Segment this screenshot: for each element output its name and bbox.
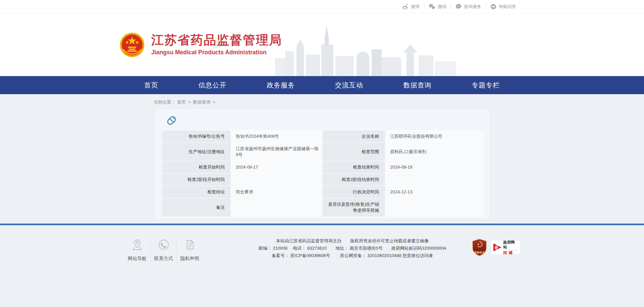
field-value-remarks [231,198,322,217]
phone-icon [157,238,170,251]
document-icon [183,238,197,251]
main-content: 当前位置：首页>数据查询> 告知书编号/公告号 告知书2024年第408号 企业… [124,94,520,220]
footer-line-host: 本站由江苏省药品监督管理局主办 版权所有未经许可禁止转载或者建立镜像 [236,237,469,245]
site-subtitle: Jiangsu Medical Products Administration [151,49,282,56]
site-title: 江苏省药品监督管理局 [151,34,282,47]
table-row: 检查开始时间 2024-08-17 检查结束时间 2024-08-19 [162,161,483,174]
field-value-inspection-scope: 原料药,口服溶液剂 [385,143,483,161]
field-value-conclusion: 符合要求 [231,186,322,198]
table-row: 检查2阶段开始时间 检查2阶段结束时间 [162,174,483,186]
breadcrumb-separator: > [188,100,191,105]
main-navigation: 首页 信息公开 政务服务 交流互动 数据查询 专题专栏 [0,76,644,94]
field-value-start-date: 2024-08-17 [231,161,322,174]
field-value-address: 江苏省扬州市扬州生物健康产业园健康一路9号 [231,143,322,161]
robot-icon [490,4,496,9]
wechat-icon [429,4,435,9]
party-gov-shield-badge[interactable]: 党政机关 [472,239,487,256]
site-title-block: 江苏省药品监督管理局 Jiangsu Medical Products Admi… [151,34,282,56]
footer-link-sitemap[interactable]: 网站导航 [124,237,150,262]
utility-topbar: 微博 微信 咨询服务 智能问答 [0,0,644,13]
find-error-badge-line1: 政府网站 [503,240,518,250]
shield-badge-label: 党政机关 [474,251,485,254]
inspection-detail-table: 告知书编号/公告号 告知书2024年第408号 企业名称 江苏联环药业股份有限公… [162,130,483,217]
pill-icon [166,115,177,126]
field-value-phase2-end [385,174,483,186]
field-label-inspection-scope: 检查范围 [322,143,385,161]
footer-badges: 党政机关 政府网站 找错 [472,237,520,256]
footer-link-contact[interactable]: 联系方式 [150,237,176,262]
find-error-logo-icon [493,243,502,252]
find-error-badge-line2: 找错 [503,250,518,255]
nav-item-home[interactable]: 首页 [144,81,158,90]
nav-item-data-query[interactable]: 数据查询 [403,81,431,90]
field-value-end-date: 2024-08-19 [385,161,483,174]
header-home-link[interactable]: 江苏省药品监督管理局 Jiangsu Medical Products Admi… [124,13,520,76]
footer-line-icp: 备案号： 苏ICP备09039606号 苏公网安备： 3201060201048… [236,252,469,259]
footer-quick-links: 网站导航 联系方式 隐私申明 [124,237,203,262]
field-label-address: 生产地址/注册地址 [162,143,231,161]
footer-link-label: 隐私申明 [180,256,199,262]
field-value-notice-number: 告知书2024年第408号 [231,130,322,143]
inspection-detail-card: 告知书编号/公告号 告知书2024年第408号 企业名称 江苏联环药业股份有限公… [154,109,490,220]
breadcrumb-link-data-query[interactable]: 数据查询 [193,100,211,105]
field-label-suspension-measures: 是否涉及暂停(恢复)生产销售使用等措施 [322,198,385,217]
nav-item-special-topics[interactable]: 专题专栏 [472,81,500,90]
field-value-phase2-start [231,174,322,186]
field-label-notice-number: 告知书编号/公告号 [162,130,231,143]
field-value-suspension-measures [385,198,483,217]
field-value-decision-date: 2024-12-13 [385,186,483,198]
footer-line-contact: 邮编： 210008 电话： 83273610 地址： 南京市鼓楼街5号 政府网… [236,245,469,252]
footer-info: 本站由江苏省药品监督管理局主办 版权所有未经许可禁止转载或者建立镜像 邮编： 2… [203,237,472,259]
topbar-item-label: 微信 [438,4,446,10]
field-label-company-name: 企业名称 [322,130,385,143]
field-value-company-name: 江苏联环药业股份有限公司 [385,130,483,143]
consult-service-link[interactable]: 咨询服务 [451,4,486,10]
footer-link-label: 联系方式 [154,256,173,262]
weibo-icon [402,4,409,9]
table-row: 生产地址/注册地址 江苏省扬州市扬州生物健康产业园健康一路9号 检查范围 原料药… [162,143,483,161]
field-label-conclusion: 检查结论 [162,186,231,198]
topbar-item-label: 智能问答 [499,4,516,10]
nav-item-info-disclosure[interactable]: 信息公开 [198,81,226,90]
field-label-phase2-start: 检查2阶段开始时间 [162,174,231,186]
weibo-link[interactable]: 微博 [398,4,424,10]
field-label-phase2-end: 检查2阶段结束时间 [322,174,385,186]
nav-item-interaction[interactable]: 交流互动 [335,81,363,90]
chat-icon [455,4,462,9]
site-footer: 网站导航 联系方式 隐私申明 本站由江苏省药品监督管理局主办 版 [124,225,520,262]
breadcrumb: 当前位置：首页>数据查询> [124,94,520,109]
field-label-remarks: 备注 [162,198,231,217]
topbar-item-label: 咨询服务 [464,4,481,10]
nav-item-gov-services[interactable]: 政务服务 [267,81,295,90]
breadcrumb-separator: > [213,100,216,105]
table-row: 备注 是否涉及暂停(恢复)生产销售使用等措施 [162,198,483,217]
site-header: 江苏省药品监督管理局 Jiangsu Medical Products Admi… [0,13,644,76]
wechat-link[interactable]: 微信 [424,4,451,10]
footer-link-label: 网站导航 [128,256,147,262]
field-label-end-date: 检查结束时间 [322,161,385,174]
gov-site-find-error-badge[interactable]: 政府网站 找错 [491,241,520,254]
table-row: 检查结论 符合要求 行政决定时间 2024-12-13 [162,186,483,198]
table-row: 告知书编号/公告号 告知书2024年第408号 企业名称 江苏联环药业股份有限公… [162,130,483,143]
smart-qa-link[interactable]: 智能问答 [486,4,521,10]
breadcrumb-link-home[interactable]: 首页 [177,100,186,105]
map-pin-icon [130,238,144,251]
footer-link-privacy[interactable]: 隐私申明 [176,237,203,262]
topbar-item-label: 微博 [411,4,420,10]
field-label-start-date: 检查开始时间 [162,161,231,174]
breadcrumb-prefix: 当前位置： [154,100,175,105]
national-emblem-logo [120,33,145,57]
field-label-decision-date: 行政决定时间 [322,186,385,198]
